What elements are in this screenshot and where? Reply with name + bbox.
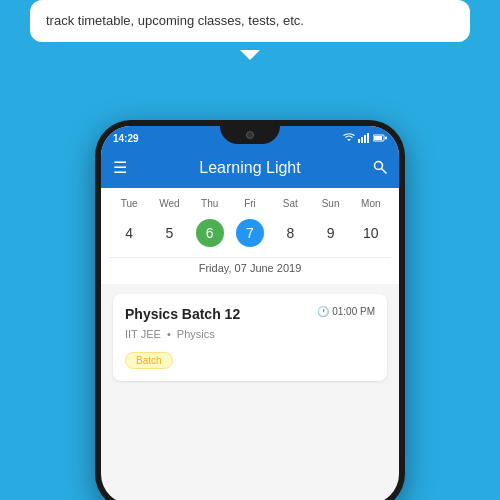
event-title-row: Physics Batch 12 🕐 01:00 PM: [125, 306, 375, 322]
app-bar: ☰ Learning Light: [101, 148, 399, 188]
svg-marker-0: [347, 139, 351, 141]
day-4[interactable]: 4: [109, 215, 149, 251]
svg-rect-7: [385, 137, 387, 140]
event-time: 🕐 01:00 PM: [317, 306, 375, 317]
signal-icon: [358, 133, 370, 143]
day-header-thu: Thu: [190, 196, 230, 211]
day-7-selected[interactable]: 7: [230, 215, 270, 251]
notch: [220, 126, 280, 144]
status-icons: [343, 133, 387, 143]
svg-line-9: [382, 168, 387, 173]
speech-bubble: track timetable, upcoming classes, tests…: [30, 0, 470, 42]
event-subtitle: IIT JEE • Physics: [125, 328, 375, 340]
event-title: Physics Batch 12: [125, 306, 240, 322]
day-header-wed: Wed: [149, 196, 189, 211]
day-header-sat: Sat: [270, 196, 310, 211]
wifi-icon: [343, 133, 355, 143]
day-9[interactable]: 9: [310, 215, 350, 251]
content-area: Physics Batch 12 🕐 01:00 PM IIT JEE • Ph…: [101, 284, 399, 391]
selected-date-label: Friday, 07 June 2019: [109, 257, 391, 280]
status-time: 14:29: [113, 133, 139, 144]
calendar-section: Tue Wed Thu Fri Sat Sun Mon 4 5 6 7 8 9 …: [101, 188, 399, 284]
search-icon[interactable]: [373, 160, 387, 177]
batch-tag: Batch: [125, 352, 173, 369]
dot-separator: •: [167, 328, 171, 340]
event-subject: IIT JEE: [125, 328, 161, 340]
day-6-today[interactable]: 6: [190, 215, 230, 251]
day-5[interactable]: 5: [149, 215, 189, 251]
event-category: Physics: [177, 328, 215, 340]
day-header-mon: Mon: [351, 196, 391, 211]
day-header-tue: Tue: [109, 196, 149, 211]
day-8[interactable]: 8: [270, 215, 310, 251]
battery-icon: [373, 134, 387, 142]
svg-rect-2: [361, 137, 363, 143]
day-headers: Tue Wed Thu Fri Sat Sun Mon: [109, 196, 391, 211]
clock-icon: 🕐: [317, 306, 329, 317]
phone-screen: 14:29: [101, 126, 399, 500]
phone-mockup: 14:29: [95, 120, 405, 500]
svg-rect-3: [364, 135, 366, 143]
bubble-text: track timetable, upcoming classes, tests…: [46, 13, 304, 28]
day-header-fri: Fri: [230, 196, 270, 211]
svg-rect-6: [374, 136, 382, 140]
camera: [246, 131, 254, 139]
day-10[interactable]: 10: [351, 215, 391, 251]
event-card[interactable]: Physics Batch 12 🕐 01:00 PM IIT JEE • Ph…: [113, 294, 387, 381]
event-time-value: 01:00 PM: [332, 306, 375, 317]
app-title: Learning Light: [137, 159, 363, 177]
menu-icon[interactable]: ☰: [113, 160, 127, 176]
svg-rect-4: [367, 133, 369, 143]
day-numbers: 4 5 6 7 8 9 10: [109, 215, 391, 251]
svg-rect-1: [358, 139, 360, 143]
day-header-sun: Sun: [310, 196, 350, 211]
